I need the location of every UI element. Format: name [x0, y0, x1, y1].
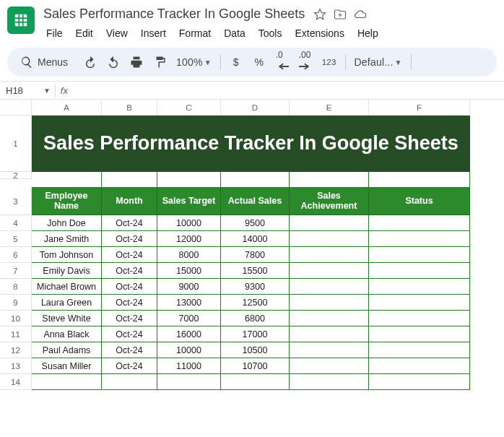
row-header-13[interactable]: 13 [0, 358, 32, 374]
menu-data[interactable]: Data [218, 25, 251, 42]
cell-a12[interactable]: Paul Adams [32, 342, 102, 358]
row-header-8[interactable]: 8 [0, 279, 32, 295]
col-header-c[interactable]: C [157, 100, 221, 116]
cell-f11[interactable] [369, 326, 470, 342]
cell-a10[interactable]: Steve White [32, 311, 102, 326]
row-header-11[interactable]: 11 [0, 326, 32, 342]
cell-b12[interactable]: Oct-24 [102, 342, 157, 358]
font-dropdown[interactable]: Defaul...▼ [350, 51, 407, 73]
row-header-5[interactable]: 5 [0, 231, 32, 247]
menu-edit[interactable]: Edit [70, 25, 99, 42]
row-header-1[interactable]: 1 [0, 116, 32, 172]
cell-e11[interactable] [290, 326, 369, 342]
cell-c8[interactable]: 9000 [157, 279, 221, 295]
redo-button[interactable] [103, 51, 124, 73]
cell-f5[interactable] [369, 231, 470, 247]
header-month[interactable]: Month [102, 188, 157, 215]
star-icon[interactable] [312, 7, 328, 22]
cell-d8[interactable]: 9300 [221, 279, 290, 295]
row-header-12[interactable]: 12 [0, 342, 32, 358]
cell-d14[interactable] [221, 374, 290, 390]
menu-view[interactable]: View [100, 25, 134, 42]
row-header-10[interactable]: 10 [0, 311, 32, 326]
name-box[interactable]: H18 [0, 85, 43, 96]
cell-c12[interactable]: 10000 [157, 342, 221, 358]
formula-input[interactable] [73, 82, 504, 99]
cell-f12[interactable] [369, 342, 470, 358]
row-header-3[interactable]: 3 [0, 188, 32, 215]
cell-b2[interactable] [102, 172, 157, 188]
cell-b8[interactable]: Oct-24 [102, 279, 157, 295]
col-header-e[interactable]: E [290, 100, 369, 116]
cell-b6[interactable]: Oct-24 [102, 247, 157, 263]
row-header-7[interactable]: 7 [0, 263, 32, 279]
col-header-d[interactable]: D [221, 100, 290, 116]
cell-d13[interactable]: 10700 [221, 358, 290, 374]
row-header-14[interactable]: 14 [0, 374, 32, 390]
col-header-b[interactable]: B [102, 100, 157, 116]
col-header-a[interactable]: A [32, 100, 102, 116]
cell-a6[interactable]: Tom Johnson [32, 247, 102, 263]
sheet-title-cell[interactable]: Sales Performance Tracker In Google Shee… [32, 116, 470, 172]
cell-f9[interactable] [369, 295, 470, 311]
cell-a7[interactable]: Emily Davis [32, 263, 102, 279]
cell-e6[interactable] [290, 247, 369, 263]
cell-b9[interactable]: Oct-24 [102, 295, 157, 311]
cell-c9[interactable]: 13000 [157, 295, 221, 311]
row-header-2[interactable]: 2 [0, 172, 32, 179]
cell-b13[interactable]: Oct-24 [102, 358, 157, 374]
row-header-9[interactable]: 9 [0, 295, 32, 311]
cell-f14[interactable] [369, 374, 470, 390]
cell-b11[interactable]: Oct-24 [102, 326, 157, 342]
cell-e8[interactable] [290, 279, 369, 295]
cell-a13[interactable]: Susan Miller [32, 358, 102, 374]
increase-decimal-button[interactable]: .00 [295, 51, 316, 73]
cell-f6[interactable] [369, 247, 470, 263]
menu-file[interactable]: File [40, 25, 69, 42]
menu-help[interactable]: Help [352, 25, 384, 42]
header-sales-achievement[interactable]: Sales Achievement [290, 188, 369, 215]
row-header-4[interactable]: 4 [0, 215, 32, 231]
cell-a5[interactable]: Jane Smith [32, 231, 102, 247]
cell-f7[interactable] [369, 263, 470, 279]
cell-c4[interactable]: 10000 [157, 215, 221, 231]
cell-e12[interactable] [290, 342, 369, 358]
cell-e2[interactable] [290, 172, 369, 188]
cell-d6[interactable]: 7800 [221, 247, 290, 263]
cell-f4[interactable] [369, 215, 470, 231]
zoom-dropdown[interactable]: 100%▼ [172, 51, 216, 73]
cell-a4[interactable]: John Doe [32, 215, 102, 231]
cell-d7[interactable]: 15500 [221, 263, 290, 279]
paint-format-button[interactable] [149, 51, 170, 73]
print-button[interactable] [126, 51, 147, 73]
col-header-f[interactable]: F [369, 100, 470, 116]
cell-d10[interactable]: 6800 [221, 311, 290, 326]
cell-a9[interactable]: Laura Green [32, 295, 102, 311]
cell-a2[interactable] [32, 172, 102, 188]
cell-e4[interactable] [290, 215, 369, 231]
cell-e7[interactable] [290, 263, 369, 279]
cell-b10[interactable]: Oct-24 [102, 311, 157, 326]
header-status[interactable]: Status [369, 188, 470, 215]
cell-b5[interactable]: Oct-24 [102, 231, 157, 247]
undo-button[interactable] [79, 51, 101, 73]
cell-c10[interactable]: 7000 [157, 311, 221, 326]
cell-c13[interactable]: 11000 [157, 358, 221, 374]
cell-f10[interactable] [369, 311, 470, 326]
menu-tools[interactable]: Tools [253, 25, 288, 42]
cell-f2[interactable] [369, 172, 470, 188]
more-formats-button[interactable]: 123 [318, 51, 341, 73]
menus-search-button[interactable]: Menus [13, 51, 78, 73]
cell-d9[interactable]: 12500 [221, 295, 290, 311]
cell-e10[interactable] [290, 311, 369, 326]
cell-d11[interactable]: 17000 [221, 326, 290, 342]
document-title[interactable]: Sales Performance Tracker In Google Shee… [40, 5, 308, 23]
cell-e9[interactable] [290, 295, 369, 311]
cell-a14[interactable] [32, 374, 102, 390]
cell-f8[interactable] [369, 279, 470, 295]
cell-f13[interactable] [369, 358, 470, 374]
cell-e13[interactable] [290, 358, 369, 374]
cell-e14[interactable] [290, 374, 369, 390]
name-box-dropdown[interactable]: ▼ [43, 87, 55, 95]
cell-d12[interactable]: 10500 [221, 342, 290, 358]
